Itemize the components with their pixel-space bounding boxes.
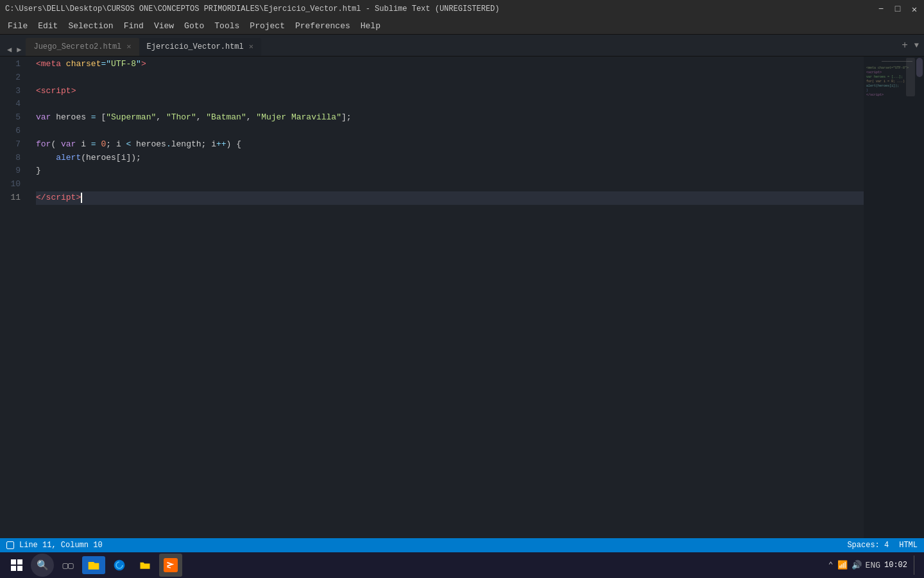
title-text: C:\Users\DELL\Desktop\CURSOS ONE\CONCEPT… xyxy=(5,4,877,13)
window-controls: − □ ✕ xyxy=(877,4,919,13)
minimap: ────────── <meta charset="UTF-8"> <scrip… xyxy=(864,57,915,538)
close-button[interactable]: ✕ xyxy=(910,4,919,13)
menu-find[interactable]: Find xyxy=(119,20,149,32)
line-numbers: 1 2 3 4 5 6 7 8 9 10 11 xyxy=(0,57,31,538)
line-num-2: 2 xyxy=(0,71,26,85)
status-line-col: Line 11, Column 10 xyxy=(19,541,103,550)
svg-rect-3 xyxy=(17,566,22,571)
menu-view[interactable]: View xyxy=(149,20,179,32)
status-spaces: Spaces: 4 xyxy=(847,541,889,550)
taskview-button[interactable]: ▢▢ xyxy=(56,554,80,577)
line-num-9: 9 xyxy=(0,164,26,178)
line-num-7: 7 xyxy=(0,138,26,152)
title-bar: C:\Users\DELL\Desktop\CURSOS ONE\CONCEPT… xyxy=(0,0,924,18)
tab-bar: ◀ ▶ Juego_Secreto2.html ✕ Ejercicio_Vect… xyxy=(0,35,924,57)
code-line-11: </script> xyxy=(36,191,864,205)
code-line-2 xyxy=(36,71,864,85)
status-bar: Line 11, Column 10 Spaces: 4 HTML xyxy=(0,538,924,552)
start-button[interactable] xyxy=(5,554,28,577)
tab-next-button[interactable]: ▶ xyxy=(15,44,23,56)
time-display: 10:02 xyxy=(884,561,907,570)
tab-ejercicio-vector[interactable]: Ejercicio_Vector.html ✕ xyxy=(139,38,261,56)
taskbar: 🔍 ▢▢ ⌃ 📶 🔊 ENG xyxy=(0,552,924,578)
new-tab-button[interactable]: + xyxy=(898,40,912,51)
code-line-5: var heroes = ["Superman", "Thor", "Batma… xyxy=(36,111,864,125)
tab-close-2[interactable]: ✕ xyxy=(249,43,253,51)
menu-goto[interactable]: Goto xyxy=(179,20,209,32)
status-left: Line 11, Column 10 xyxy=(6,541,103,550)
status-syntax: HTML xyxy=(899,541,918,550)
taskbar-app-explorer[interactable] xyxy=(82,556,105,574)
tab-label-1: Juego_Secreto2.html xyxy=(33,42,121,51)
code-line-9: } xyxy=(36,164,864,178)
taskbar-search[interactable]: 🔍 xyxy=(31,554,54,577)
code-line-1: <meta charset="UTF-8"> xyxy=(36,58,864,71)
svg-rect-1 xyxy=(17,559,22,565)
svg-rect-2 xyxy=(11,566,16,571)
maximize-button[interactable]: □ xyxy=(893,4,902,13)
menu-file[interactable]: File xyxy=(3,20,33,32)
line-num-6: 6 xyxy=(0,125,26,138)
tab-prev-button[interactable]: ◀ xyxy=(5,44,13,56)
menu-project[interactable]: Project xyxy=(244,20,290,32)
code-line-6 xyxy=(36,125,864,138)
tray-icons: ⌃ 📶 🔊 ENG xyxy=(828,560,880,570)
code-content[interactable]: <meta charset="UTF-8"> <script> var hero… xyxy=(31,57,864,538)
code-line-8: alert(heroes[i]); xyxy=(36,152,864,165)
line-num-3: 3 xyxy=(0,85,26,98)
line-num-8: 8 xyxy=(0,152,26,165)
scrollbar[interactable] xyxy=(915,57,924,538)
code-line-7: for( var i = 0; i < heroes.length; i++) … xyxy=(36,138,864,152)
line-num-11: 11 xyxy=(0,191,26,205)
code-line-4 xyxy=(36,98,864,111)
menu-preferences[interactable]: Preferences xyxy=(290,20,355,32)
clock: 10:02 xyxy=(884,561,907,570)
status-right: Spaces: 4 HTML xyxy=(847,541,918,550)
menu-help[interactable]: Help xyxy=(355,20,386,32)
show-desktop-button[interactable] xyxy=(914,556,919,575)
line-num-5: 5 xyxy=(0,111,26,125)
language-label: ENG xyxy=(866,561,880,570)
line-num-10: 10 xyxy=(0,178,26,191)
volume-icon: 🔊 xyxy=(851,560,862,570)
tab-nav-buttons: ◀ ▶ xyxy=(3,44,26,56)
taskbar-app-files[interactable] xyxy=(133,554,157,577)
taskbar-app-edge[interactable] xyxy=(108,554,131,577)
editor-area: 1 2 3 4 5 6 7 8 9 10 11 <meta charset="U… xyxy=(0,57,924,538)
taskbar-app-sublime[interactable] xyxy=(159,554,182,577)
tab-close-1[interactable]: ✕ xyxy=(126,43,131,51)
chevron-up-icon[interactable]: ⌃ xyxy=(828,560,834,570)
line-num-4: 4 xyxy=(0,98,26,111)
tab-list-button[interactable]: ▼ xyxy=(912,41,921,50)
svg-rect-0 xyxy=(11,559,16,565)
line-num-1: 1 xyxy=(0,58,26,71)
tab-juego-secreto[interactable]: Juego_Secreto2.html ✕ xyxy=(26,38,139,56)
menu-selection[interactable]: Selection xyxy=(63,20,118,32)
status-indicator xyxy=(6,541,14,549)
menu-tools[interactable]: Tools xyxy=(209,20,244,32)
network-icon: 📶 xyxy=(837,560,848,570)
tab-label-2: Ejercicio_Vector.html xyxy=(147,42,244,51)
menu-bar: File Edit Selection Find View Goto Tools… xyxy=(0,18,924,35)
system-tray: ⌃ 📶 🔊 ENG 10:02 xyxy=(828,556,919,575)
minimize-button[interactable]: − xyxy=(877,4,886,13)
menu-edit[interactable]: Edit xyxy=(33,20,63,32)
code-line-3: <script> xyxy=(36,85,864,98)
code-line-10 xyxy=(36,178,864,191)
